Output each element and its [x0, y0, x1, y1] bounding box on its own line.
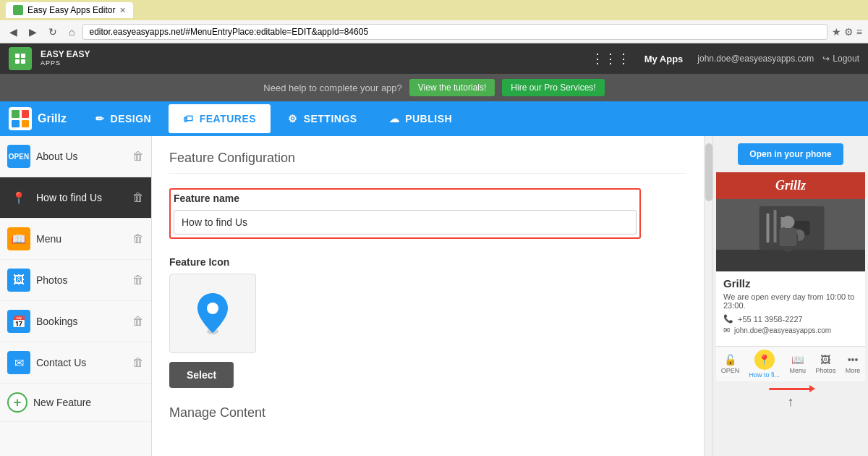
svg-rect-4 [767, 214, 770, 242]
tab-design[interactable]: ✏ DESIGN [81, 104, 166, 133]
sidebar-item-how-to-find-us[interactable]: 📍 How to find Us 🗑 [0, 177, 151, 219]
phone-nav-photos[interactable]: 🖼 Photos [815, 354, 835, 374]
cursor-indicator: ↑ [713, 394, 868, 410]
sidebar-item-menu[interactable]: 📖 Menu 🗑 [0, 219, 151, 260]
menu-icon[interactable]: ≡ [856, 26, 862, 38]
feature-config-title: Feature Configuration [169, 151, 686, 174]
toolbar-icons: ★ ⚙ ≡ [832, 26, 862, 38]
open-in-phone-button[interactable]: Open in your phone [738, 143, 843, 165]
features-icon: 🏷 [183, 113, 194, 124]
nav-open-icon: 🔓 [724, 354, 736, 366]
phone-hero-image [716, 199, 865, 271]
logo-text: EASY EASY APPS [41, 50, 90, 67]
phone-nav-menu[interactable]: 📖 Menu [789, 354, 806, 374]
tab-favicon [13, 5, 23, 15]
feature-name-label: Feature name [174, 193, 637, 204]
nav-how-to-icon: 📍 [754, 350, 775, 370]
nav-forward-btn[interactable]: ▶ [25, 25, 41, 39]
svg-rect-12 [780, 228, 797, 246]
user-email: john.doe@easyeasyapps.com [697, 54, 814, 64]
my-apps-button[interactable]: My Apps [639, 51, 689, 67]
delete-menu-icon[interactable]: 🗑 [132, 232, 144, 245]
feature-name-highlight-box: Feature name [169, 188, 641, 239]
sidebar-item-photos[interactable]: 🖼 Photos 🗑 [0, 260, 151, 301]
promo-text: Need help to complete your app? [263, 83, 402, 93]
tutorials-button[interactable]: View the tutorials! [409, 79, 495, 96]
delete-photos-icon[interactable]: 🗑 [132, 274, 144, 287]
app-brand-name: Grillz [38, 112, 67, 125]
nav-tabs-bar: Grillz ✏ DESIGN 🏷 FEATURES ⚙ SETTINGS ☁ … [0, 101, 868, 136]
nav-back-btn[interactable]: ◀ [6, 25, 21, 39]
svg-rect-5 [774, 210, 777, 242]
email-small-icon: ✉ [723, 326, 730, 335]
photo-icon: 🖼 [7, 269, 30, 292]
sidebar-label-how-to-find-us: How to find Us [36, 192, 127, 203]
phone-nav-how-to[interactable]: 📍 How to fi... [749, 350, 780, 379]
tab-features[interactable]: 🏷 FEATURES [169, 104, 271, 133]
phone-info: Grillz We are open every day from 10:00 … [716, 271, 865, 343]
svg-point-11 [782, 216, 795, 229]
logout-button[interactable]: ↪ Logout [822, 54, 859, 64]
tab-title: Easy Easy Apps Editor [27, 5, 115, 15]
sidebar-label-photos: Photos [36, 274, 127, 286]
apps-grid-icon[interactable]: ⋮⋮⋮ [591, 51, 630, 67]
book-icon: 📖 [7, 227, 30, 250]
nav-menu-icon: 📖 [791, 354, 804, 366]
settings-icon: ⚙ [288, 113, 298, 124]
browser-tab[interactable]: Easy Easy Apps Editor ✕ [6, 2, 133, 18]
nav-home-btn[interactable]: ⌂ [65, 25, 78, 39]
arrow-indicator [713, 383, 868, 394]
app-logo [9, 47, 32, 70]
feature-icon-group: Feature Icon Select [169, 256, 686, 388]
sidebar-label-bookings: Bookings [36, 316, 127, 327]
tab-publish[interactable]: ☁ PUBLISH [375, 104, 467, 133]
phone-preview-panel: Open in your phone Grillz [712, 136, 868, 456]
pro-services-button[interactable]: Hire our Pro Services! [502, 79, 604, 96]
feature-icon-label: Feature Icon [169, 256, 686, 268]
sidebar-item-new-feature[interactable]: + New Feature [0, 384, 151, 422]
delete-how-to-icon[interactable]: 🗑 [132, 191, 144, 204]
extensions-icon[interactable]: ⚙ [844, 26, 854, 38]
sidebar-item-bookings[interactable]: 📅 Bookings 🗑 [0, 301, 151, 342]
svg-rect-9 [716, 250, 865, 271]
scrollbar-thumb[interactable] [705, 143, 712, 201]
phone-preview-header: Open in your phone [713, 136, 868, 172]
tab-settings[interactable]: ⚙ SETTINGS [273, 104, 372, 133]
nav-more-icon: ••• [848, 354, 859, 366]
delete-about-us-icon[interactable]: 🗑 [132, 150, 144, 163]
address-bar[interactable] [82, 24, 827, 40]
design-icon: ✏ [95, 113, 105, 124]
phone-app-header: Grillz [716, 172, 865, 199]
sidebar-item-contact-us[interactable]: ✉ Contact Us 🗑 [0, 342, 151, 384]
bookmark-icon[interactable]: ★ [832, 26, 841, 38]
app-brand: Grillz [9, 107, 67, 130]
select-icon-button[interactable]: Select [169, 362, 234, 388]
add-feature-icon: + [7, 392, 27, 413]
feature-name-input[interactable] [174, 210, 637, 235]
phone-screen: Grillz [716, 172, 865, 381]
tab-close-btn[interactable]: ✕ [119, 6, 126, 15]
phone-description: We are open every day from 10:00 to 23:0… [723, 292, 858, 310]
sidebar-label-menu: Menu [36, 233, 127, 245]
content-area: Feature Configuration Feature name Featu… [152, 136, 704, 456]
logout-icon: ↪ [822, 54, 830, 64]
map-pin-preview-icon [195, 292, 231, 335]
delete-contact-icon[interactable]: 🗑 [132, 356, 144, 369]
sidebar-label-about-us: About Us [36, 151, 127, 162]
app-brand-icon [9, 107, 32, 130]
nav-refresh-btn[interactable]: ↻ [45, 25, 61, 39]
manage-content-title: Manage Content [169, 405, 686, 421]
main-area: OPEN About Us 🗑 📍 How to find Us 🗑 📖 Men… [0, 136, 868, 456]
browser-toolbar: ◀ ▶ ↻ ⌂ ★ ⚙ ≡ [0, 20, 868, 43]
delete-bookings-icon[interactable]: 🗑 [132, 315, 144, 328]
browser-titlebar: Easy Easy Apps Editor ✕ [0, 0, 868, 20]
sidebar-item-about-us[interactable]: OPEN About Us 🗑 [0, 136, 151, 177]
calendar-icon: 📅 [7, 310, 30, 333]
phone-restaurant-name: Grillz [723, 277, 858, 290]
phone-nav-more[interactable]: ••• More [846, 354, 861, 374]
open-badge-icon: OPEN [7, 145, 30, 168]
scrollbar-track[interactable] [704, 136, 712, 456]
phone-nav-open[interactable]: 🔓 OPEN [721, 354, 740, 374]
phone-phone-row: 📞 +55 11 3958-2227 [723, 314, 858, 324]
phone-app-title: Grillz [775, 178, 806, 193]
